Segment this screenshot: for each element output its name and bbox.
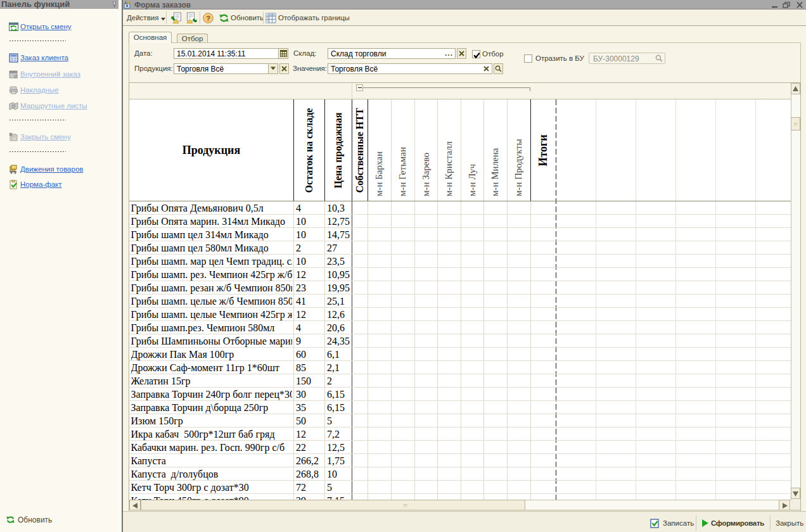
svg-text:?: ? — [206, 15, 210, 22]
